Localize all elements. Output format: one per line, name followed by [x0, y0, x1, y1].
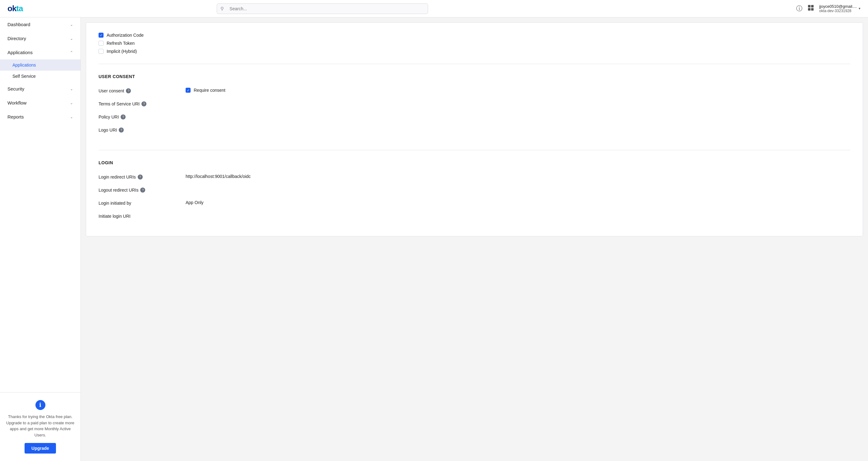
user-consent-section: USER CONSENT User consent ? Require cons…	[86, 64, 863, 150]
logo-text: okta	[7, 4, 23, 13]
grant-implicit: Implicit (Hybrid)	[98, 49, 850, 54]
login-section: LOGIN Login redirect URIs ? http://local…	[86, 150, 863, 236]
search-input[interactable]	[217, 3, 428, 14]
sidebar-item-applications-label: Applications	[7, 50, 33, 55]
login-initiated-by-row: Login initiated by App Only	[98, 200, 850, 206]
sidebar-item-applications[interactable]: Applications ⌃	[0, 46, 81, 59]
policy-uri-label: Policy URI ?	[98, 114, 186, 119]
upgrade-button[interactable]: Upgrade	[25, 443, 56, 454]
top-navigation: okta ⚲ ⓘ jjoyce0510@gmail.... okta-dev-3…	[0, 0, 868, 18]
sidebar-item-security-label: Security	[7, 86, 24, 91]
user-consent-label: User consent ?	[98, 88, 186, 93]
help-icon[interactable]: ⓘ	[796, 4, 802, 13]
search-icon: ⚲	[220, 6, 224, 11]
terms-of-service-uri-label: Terms of Service URI ?	[98, 101, 186, 106]
auth-code-checkbox[interactable]	[98, 33, 103, 38]
chevron-down-icon: ⌄	[70, 22, 73, 27]
search-bar: ⚲	[217, 3, 428, 14]
sidebar-item-directory-label: Directory	[7, 36, 26, 41]
chevron-down-icon: ⌄	[70, 101, 73, 105]
svg-rect-0	[808, 5, 810, 7]
policy-uri-help-icon[interactable]: ?	[121, 114, 126, 119]
sidebar-item-dashboard[interactable]: Dashboard ⌄	[0, 18, 81, 31]
user-email: jjoyce0510@gmail....	[819, 4, 857, 9]
logout-redirect-uris-row: Logout redirect URIs ?	[98, 187, 850, 193]
svg-rect-3	[811, 8, 814, 10]
user-menu-chevron: ▾	[859, 6, 861, 10]
user-consent-help-icon[interactable]: ?	[126, 88, 131, 93]
require-consent-checkbox[interactable]	[186, 88, 191, 93]
user-org: okta-dev-33231928	[819, 9, 857, 13]
content-card: Authorization Code Refresh Token Implici…	[86, 22, 863, 236]
terms-of-service-help-icon[interactable]: ?	[142, 102, 147, 106]
page-layout: Dashboard ⌄ Directory ⌄ Applications ⌃ A…	[0, 18, 868, 461]
login-initiated-by-label: Login initiated by	[98, 200, 186, 206]
sidebar-nav: Dashboard ⌄ Directory ⌄ Applications ⌃ A…	[0, 18, 81, 392]
logout-redirect-uris-label: Logout redirect URIs ?	[98, 187, 186, 193]
user-consent-row: User consent ? Require consent	[98, 88, 850, 93]
sidebar-subitem-self-service[interactable]: Self Service	[0, 70, 81, 82]
refresh-token-checkbox[interactable]	[98, 41, 103, 46]
require-consent-label: Require consent	[194, 88, 225, 93]
upgrade-text: Thanks for trying the Okta free plan. Up…	[6, 414, 74, 438]
logo-uri-row: Logo URI ?	[98, 127, 850, 133]
login-redirect-uris-value: http://localhost:9001/callback/oidc	[186, 174, 850, 179]
policy-uri-row: Policy URI ?	[98, 114, 850, 119]
login-redirect-uris-row: Login redirect URIs ? http://localhost:9…	[98, 174, 850, 179]
chevron-down-icon: ⌄	[70, 36, 73, 41]
sidebar-item-directory[interactable]: Directory ⌄	[0, 31, 81, 46]
terms-of-service-uri-row: Terms of Service URI ?	[98, 101, 850, 106]
chevron-up-icon: ⌃	[70, 50, 73, 55]
main-content: Authorization Code Refresh Token Implici…	[81, 18, 868, 461]
user-menu[interactable]: jjoyce0510@gmail.... okta-dev-33231928 ▾	[819, 4, 861, 13]
sidebar-item-workflow-label: Workflow	[7, 100, 26, 106]
chevron-down-icon: ⌄	[70, 115, 73, 119]
svg-rect-1	[811, 5, 814, 7]
login-redirect-uris-label: Login redirect URIs ?	[98, 174, 186, 179]
sidebar-item-reports[interactable]: Reports ⌄	[0, 110, 81, 124]
sidebar-item-reports-label: Reports	[7, 114, 24, 119]
user-consent-title: USER CONSENT	[98, 74, 850, 79]
initiate-login-uri-row: Initiate login URI	[98, 213, 850, 219]
initiate-login-uri-label: Initiate login URI	[98, 213, 186, 219]
refresh-token-label: Refresh Token	[106, 41, 135, 46]
grant-auth-code: Authorization Code	[98, 33, 850, 38]
info-icon: ℹ	[35, 400, 45, 410]
logout-redirect-uris-help-icon[interactable]: ?	[140, 188, 145, 193]
grant-refresh-token: Refresh Token	[98, 41, 850, 46]
login-initiated-by-value: App Only	[186, 200, 850, 205]
sidebar-item-workflow[interactable]: Workflow ⌄	[0, 96, 81, 110]
sidebar-item-dashboard-label: Dashboard	[7, 22, 30, 27]
sidebar: Dashboard ⌄ Directory ⌄ Applications ⌃ A…	[0, 18, 81, 461]
app-switcher-icon[interactable]	[807, 4, 814, 13]
sidebar-upgrade-section: ℹ Thanks for trying the Okta free plan. …	[0, 392, 81, 461]
implicit-label: Implicit (Hybrid)	[106, 49, 137, 54]
topnav-right: ⓘ jjoyce0510@gmail.... okta-dev-33231928…	[796, 4, 861, 13]
logo[interactable]: okta	[7, 4, 23, 13]
implicit-checkbox[interactable]	[98, 49, 103, 54]
login-title: LOGIN	[98, 160, 850, 165]
logo-uri-label: Logo URI ?	[98, 127, 186, 133]
login-redirect-uris-help-icon[interactable]: ?	[138, 174, 143, 179]
sidebar-item-security[interactable]: Security ⌄	[0, 82, 81, 96]
grant-type-options: Authorization Code Refresh Token Implici…	[98, 33, 850, 54]
sidebar-subitem-applications[interactable]: Applications	[0, 59, 81, 70]
chevron-down-icon: ⌄	[70, 87, 73, 91]
user-consent-value: Require consent	[186, 88, 850, 93]
auth-code-label: Authorization Code	[106, 33, 144, 38]
logo-uri-help-icon[interactable]: ?	[119, 127, 124, 133]
svg-rect-2	[808, 8, 810, 10]
grant-types-section: Authorization Code Refresh Token Implici…	[86, 23, 863, 64]
